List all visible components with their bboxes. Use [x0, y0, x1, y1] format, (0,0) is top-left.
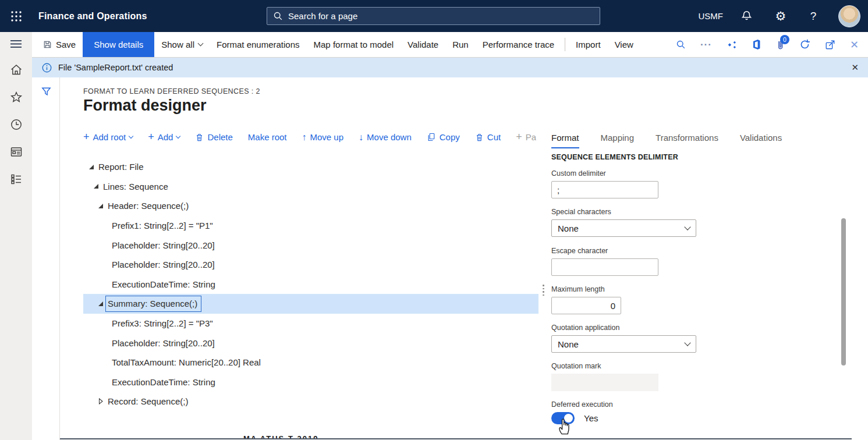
app-launcher-waffle-icon[interactable] [0, 0, 32, 32]
quotation-application-select[interactable]: None [551, 335, 696, 353]
office-apps-button[interactable] [752, 39, 761, 50]
refresh-button[interactable] [799, 39, 810, 50]
custom-delimiter-label: Custom delimiter [551, 169, 658, 178]
home-nav-button[interactable] [10, 63, 23, 76]
delete-button[interactable]: Delete [195, 132, 232, 142]
caret-expanded-icon[interactable] [88, 164, 98, 170]
quotation-mark-input-disabled [551, 374, 658, 391]
view-button[interactable]: View [608, 32, 640, 57]
related-info-button[interactable] [727, 40, 737, 50]
tree-item[interactable]: ExecutionDateTime: String [83, 275, 538, 294]
caret-expanded-icon[interactable] [98, 203, 108, 209]
workspaces-nav-button[interactable] [10, 146, 23, 158]
move-up-button[interactable]: ↑ Move up [302, 132, 344, 143]
filter-funnel-icon[interactable] [41, 86, 52, 97]
move-down-label: Move down [367, 132, 412, 142]
save-button[interactable]: Save [32, 32, 83, 57]
tree-item[interactable]: Placeholder: String[20..20] [83, 235, 538, 255]
run-label: Run [452, 40, 469, 49]
close-page-button[interactable]: ✕ [850, 38, 859, 51]
company-selector[interactable]: USMF [699, 11, 724, 21]
copy-label: Copy [440, 132, 460, 142]
tree-item[interactable]: Placeholder: String[20..20] [83, 255, 538, 275]
tree-item[interactable]: Record: Sequence(;) [83, 392, 538, 411]
dismiss-message-button[interactable]: ✕ [851, 62, 859, 73]
tree-item-label: Report: File [98, 162, 144, 172]
tab-mapping[interactable]: Mapping [601, 133, 635, 148]
message-text: File 'SampleReport.txt' created [58, 63, 173, 72]
show-all-dropdown[interactable]: Show all [154, 32, 210, 57]
performance-trace-button[interactable]: Performance trace [476, 32, 561, 57]
format-enumerations-button[interactable]: Format enumerations [210, 32, 307, 57]
validate-button[interactable]: Validate [401, 32, 445, 57]
help-button[interactable]: ? [806, 9, 821, 24]
show-details-button[interactable]: Show details [83, 32, 154, 57]
notifications-button[interactable] [741, 10, 756, 23]
cut-button[interactable]: Cut [475, 132, 501, 142]
escape-character-input[interactable] [551, 258, 658, 276]
special-characters-select[interactable]: None [551, 219, 696, 237]
recent-nav-button[interactable] [10, 118, 23, 131]
tree-item-selected[interactable]: Summary: Sequence(;) [83, 294, 538, 314]
search-icon [676, 40, 686, 49]
hamburger-menu-button[interactable] [10, 40, 22, 48]
import-button[interactable]: Import [569, 32, 608, 57]
tree-item[interactable]: Prefix1: String[2..2] = "P1" [83, 216, 538, 236]
custom-delimiter-input[interactable] [551, 181, 658, 198]
popout-icon [825, 40, 835, 50]
tree-item[interactable]: Lines: Sequence [83, 177, 538, 197]
cut-label: Cut [487, 132, 501, 142]
caret-collapsed-icon[interactable] [98, 398, 108, 404]
tree-item[interactable]: Placeholder: String[20..20] [83, 333, 538, 353]
toggle-knob [564, 414, 573, 423]
info-icon [41, 62, 52, 73]
attachments-button[interactable]: 0 [776, 39, 785, 51]
deferred-execution-toggle[interactable] [551, 412, 575, 424]
global-search-box[interactable] [267, 7, 600, 25]
move-down-button[interactable]: ↓ Move down [359, 132, 412, 143]
tree-item[interactable]: ExecutionDateTime: String [83, 372, 538, 392]
diamonds-icon [727, 40, 737, 50]
office-logo-icon [752, 39, 761, 50]
close-icon: ✕ [850, 38, 859, 51]
format-structure-tree: Report: File Lines: Sequence Header: Seq… [83, 157, 538, 411]
tree-item[interactable]: Prefix3: String[2..2] = "P3" [83, 314, 538, 333]
run-button[interactable]: Run [445, 32, 476, 57]
tab-validations[interactable]: Validations [740, 133, 782, 148]
search-input[interactable] [288, 11, 594, 21]
page-search-button[interactable] [676, 40, 686, 49]
add-root-button[interactable]: + Add root [83, 131, 133, 143]
performance-trace-label: Performance trace [483, 40, 554, 49]
open-in-new-window-button[interactable] [825, 40, 835, 50]
favorites-nav-button[interactable] [10, 91, 23, 104]
refresh-icon [799, 39, 810, 50]
special-characters-field: Special characters None [551, 208, 696, 237]
map-format-to-model-button[interactable]: Map format to model [307, 32, 401, 57]
toolbar-separator [565, 38, 565, 51]
pane-splitter-grip[interactable] [543, 285, 544, 296]
more-commands-button[interactable]: ··· [700, 39, 712, 51]
add-button[interactable]: + Add [148, 131, 180, 143]
tree-item[interactable]: TotalTaxAmount: Numeric[20..20] Real [83, 353, 538, 372]
tree-item[interactable]: Report: File [83, 157, 538, 177]
modules-nav-button[interactable] [10, 173, 23, 186]
top-navigation-bar: Finance and Operations USMF ⚙ ? [0, 0, 868, 32]
tree-item-label: Prefix3: String[2..2] = "P3" [112, 318, 213, 328]
clock-icon [10, 118, 23, 131]
chevron-down-icon [684, 223, 690, 230]
user-avatar[interactable] [838, 5, 860, 27]
copy-button[interactable]: Copy [427, 132, 460, 142]
tree-item[interactable]: Header: Sequence(;) [83, 196, 538, 216]
paste-button-truncated[interactable]: + Pa [516, 131, 536, 143]
panel-scrollbar-thumb[interactable] [841, 218, 846, 366]
tree-toolbar: + Add root + Add Delete Ma [83, 131, 536, 143]
custom-delimiter-field: Custom delimiter [551, 169, 658, 198]
make-root-button[interactable]: Make root [248, 132, 287, 142]
attachments-count-badge: 0 [780, 35, 789, 44]
tab-transformations[interactable]: Transformations [656, 133, 718, 148]
maximum-length-input[interactable] [551, 297, 621, 314]
caret-expanded-icon[interactable] [93, 183, 103, 189]
tab-format[interactable]: Format [551, 133, 579, 148]
settings-button[interactable]: ⚙ [773, 9, 788, 24]
format-designer-page: FORMAT TO LEARN DEFERRED SEQUENCES : 2 F… [60, 77, 868, 440]
